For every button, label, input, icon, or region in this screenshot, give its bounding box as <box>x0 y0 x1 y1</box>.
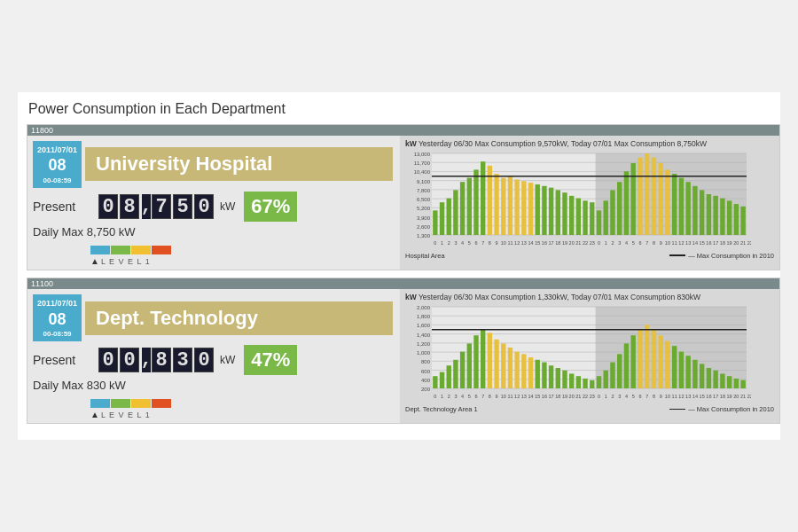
svg-rect-144 <box>467 343 472 388</box>
svg-rect-143 <box>460 352 465 388</box>
level-text: L E V E L 1 <box>101 257 151 266</box>
svg-text:18: 18 <box>720 240 725 246</box>
svg-rect-27 <box>467 177 472 234</box>
svg-text:3: 3 <box>454 394 457 399</box>
svg-text:3,900: 3,900 <box>417 215 431 220</box>
svg-text:9: 9 <box>660 240 662 246</box>
svg-rect-152 <box>521 354 526 388</box>
svg-text:0: 0 <box>598 394 600 399</box>
svg-rect-48 <box>610 190 614 235</box>
digit: 0 <box>194 194 214 219</box>
svg-text:2: 2 <box>448 394 450 399</box>
dept-block-university-hospital: 118002011/07/010800-08:59University Hosp… <box>27 124 780 270</box>
svg-rect-67 <box>740 206 745 234</box>
svg-rect-163 <box>597 376 601 388</box>
svg-text:7,800: 7,800 <box>417 187 431 192</box>
svg-text:8: 8 <box>489 394 491 399</box>
svg-text:19: 19 <box>562 240 567 246</box>
digit: 5 <box>173 194 192 219</box>
chart-legend: — Max Consumption in 2010 <box>669 252 774 260</box>
digit: 7 <box>152 194 171 219</box>
svg-rect-62 <box>707 194 711 235</box>
svg-rect-167 <box>624 343 629 388</box>
svg-rect-160 <box>576 376 581 388</box>
svg-text:8: 8 <box>653 240 655 246</box>
svg-text:21: 21 <box>740 394 746 399</box>
svg-rect-37 <box>536 184 540 234</box>
svg-rect-38 <box>542 185 546 234</box>
svg-rect-159 <box>569 373 574 388</box>
svg-text:8: 8 <box>653 394 655 399</box>
svg-text:0: 0 <box>434 240 436 246</box>
svg-rect-28 <box>473 169 478 235</box>
svg-text:5: 5 <box>632 240 635 246</box>
svg-rect-182 <box>727 376 732 388</box>
svg-text:17: 17 <box>549 240 554 246</box>
svg-rect-41 <box>562 192 567 235</box>
svg-rect-49 <box>617 182 622 235</box>
svg-text:11: 11 <box>507 394 512 399</box>
svg-rect-36 <box>528 183 533 235</box>
svg-text:21: 21 <box>740 240 746 246</box>
svg-rect-181 <box>720 373 724 388</box>
svg-rect-55 <box>658 163 662 235</box>
svg-rect-26 <box>460 182 465 235</box>
svg-rect-178 <box>700 364 704 388</box>
digit: 0 <box>120 348 139 372</box>
svg-text:15: 15 <box>535 394 540 399</box>
svg-text:5: 5 <box>468 394 471 399</box>
svg-text:18: 18 <box>555 394 560 399</box>
percent-box: 47% <box>244 345 297 375</box>
svg-rect-140 <box>440 372 444 388</box>
svg-text:11,700: 11,700 <box>414 160 431 166</box>
svg-rect-177 <box>692 360 697 388</box>
svg-text:7: 7 <box>481 394 484 399</box>
svg-rect-172 <box>658 335 662 388</box>
svg-text:6: 6 <box>474 240 477 246</box>
chart-footer: Dept. Technology Area 1— Max Consumption… <box>405 405 774 413</box>
chart-area-label: Hospital Area <box>405 252 445 260</box>
svg-text:6: 6 <box>638 240 641 246</box>
svg-text:6: 6 <box>638 394 641 399</box>
svg-text:16: 16 <box>542 394 547 399</box>
svg-rect-169 <box>638 330 642 388</box>
svg-rect-180 <box>713 371 717 388</box>
svg-rect-39 <box>549 187 553 234</box>
svg-text:13: 13 <box>685 394 691 399</box>
svg-text:17: 17 <box>549 394 554 399</box>
date-box: 2011/07/010800-08:59 <box>33 294 82 341</box>
svg-text:19: 19 <box>562 394 567 399</box>
svg-text:11: 11 <box>672 240 677 246</box>
svg-rect-66 <box>734 204 739 235</box>
date-box: 2011/07/010800-08:59 <box>33 141 82 188</box>
svg-text:16: 16 <box>706 394 711 399</box>
svg-rect-61 <box>700 190 704 235</box>
svg-text:4: 4 <box>625 240 628 246</box>
svg-rect-56 <box>665 169 669 235</box>
svg-text:1: 1 <box>605 240 607 246</box>
svg-rect-164 <box>604 371 608 388</box>
level-segment <box>152 399 171 408</box>
level-segment <box>131 246 151 254</box>
page-title: Power Consumption in Each Department <box>27 101 780 117</box>
svg-text:14: 14 <box>528 240 533 246</box>
level-bar <box>90 242 393 254</box>
svg-rect-22 <box>433 210 437 235</box>
svg-text:9: 9 <box>660 394 662 399</box>
svg-rect-142 <box>453 360 458 388</box>
svg-rect-32 <box>501 177 505 234</box>
digit: 0 <box>98 194 118 219</box>
svg-text:0: 0 <box>434 394 436 399</box>
digit: 3 <box>173 348 192 372</box>
svg-text:12: 12 <box>514 240 520 246</box>
svg-rect-51 <box>630 163 635 235</box>
svg-text:20: 20 <box>569 240 575 246</box>
level-segment <box>90 246 110 254</box>
chart-area: 2,0001,8001,6001,4001,2001,0008006004002… <box>405 303 774 404</box>
svg-rect-171 <box>652 330 656 388</box>
svg-text:10: 10 <box>665 394 670 399</box>
svg-text:1,600: 1,600 <box>417 323 431 328</box>
svg-text:20: 20 <box>733 240 739 246</box>
daily-max-row: Daily Max 8,750 kW <box>33 225 393 239</box>
svg-rect-147 <box>488 332 492 388</box>
